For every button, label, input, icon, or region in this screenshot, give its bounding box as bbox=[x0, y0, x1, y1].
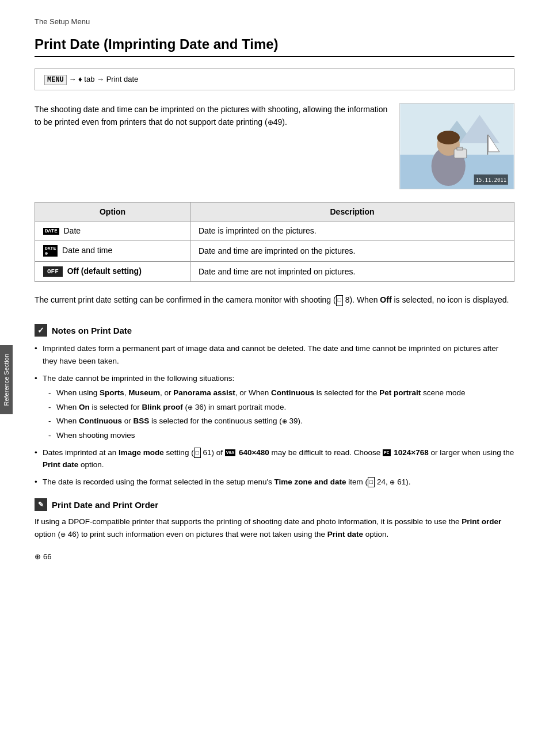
print-order-section: ✎ Print Date and Print Order If using a … bbox=[35, 498, 514, 540]
notes-section: ✓ Notes on Print Date Imprinted dates fo… bbox=[35, 324, 514, 488]
page-footer: ⊕ 66 bbox=[35, 552, 514, 561]
intro-section: The shooting date and time can be imprin… bbox=[35, 103, 514, 189]
option-date: DATE Date bbox=[35, 222, 190, 240]
option-date-time: DATE⊕ Date and time bbox=[35, 240, 190, 262]
svg-rect-5 bbox=[487, 135, 488, 155]
sidebar-label: Reference Section bbox=[3, 354, 10, 406]
off-icon: OFF bbox=[43, 266, 63, 277]
nav-item: Print date bbox=[106, 75, 139, 83]
col-description: Description bbox=[190, 203, 514, 222]
svg-point-8 bbox=[437, 131, 459, 144]
print-order-header: ✎ Print Date and Print Order bbox=[35, 498, 514, 511]
nav-arrow2: → bbox=[97, 75, 106, 83]
options-table: Option Description DATE Date Date is imp… bbox=[35, 202, 514, 282]
table-row: OFF Off (default setting) Date and time … bbox=[35, 262, 514, 282]
print-order-icon: ✎ bbox=[35, 498, 47, 511]
footer-ref: ⊕ bbox=[35, 552, 41, 561]
svg-text:15.11.2011: 15.11.2011 bbox=[476, 177, 506, 183]
nav-box: MENU → ♦ tab → Print date bbox=[35, 68, 514, 90]
intro-text: The shooting date and time can be imprin… bbox=[35, 103, 388, 189]
svg-rect-10 bbox=[457, 147, 463, 150]
notes-header: ✓ Notes on Print Date bbox=[35, 324, 514, 337]
date-time-description: Date and time are imprinted on the pictu… bbox=[190, 240, 514, 262]
nav-arrow1: → bbox=[68, 75, 78, 83]
note-item: Dates imprinted at an Image mode setting… bbox=[35, 446, 514, 471]
body-text: The current print date setting can be co… bbox=[35, 293, 514, 307]
note-item: The date is recorded using the format se… bbox=[35, 476, 514, 488]
notes-body: Imprinted dates form a permanent part of… bbox=[35, 342, 514, 488]
note-subitem: When Continuous or BSS is selected for t… bbox=[48, 415, 514, 427]
note-subitem: When On is selected for Blink proof (⊕ 3… bbox=[48, 401, 514, 414]
note-subitem: When using Sports, Museum, or Panorama a… bbox=[48, 387, 514, 399]
table-row: DATE⊕ Date and time Date and time are im… bbox=[35, 240, 514, 262]
menu-button-label: MENU bbox=[44, 75, 67, 85]
intro-image: 15.11.2011 bbox=[399, 103, 514, 189]
date-label: Date bbox=[64, 226, 81, 235]
print-order-title: Print Date and Print Order bbox=[52, 500, 158, 510]
notes-title: Notes on Print Date bbox=[52, 326, 132, 335]
note-item: The date cannot be imprinted in the foll… bbox=[35, 372, 514, 442]
footer-page: 66 bbox=[43, 552, 51, 561]
note-subitem: When shooting movies bbox=[48, 429, 514, 442]
date-icon: DATE bbox=[43, 228, 59, 235]
sidebar-tab: Reference Section bbox=[0, 345, 13, 414]
page-title: Print Date (Imprinting Date and Time) bbox=[35, 36, 514, 57]
print-order-body: If using a DPOF-compatible printer that … bbox=[35, 516, 514, 540]
table-row: DATE Date Date is imprinted on the pictu… bbox=[35, 222, 514, 240]
option-off: OFF Off (default setting) bbox=[35, 262, 190, 282]
breadcrumb: The Setup Menu bbox=[35, 17, 514, 26]
nav-tab-icon: ♦ bbox=[78, 75, 82, 83]
nav-tab-label: tab bbox=[84, 75, 97, 83]
off-label: Off (default setting) bbox=[67, 266, 142, 276]
date-time-icon: DATE⊕ bbox=[43, 245, 58, 257]
col-option: Option bbox=[35, 203, 190, 222]
date-description: Date is imprinted on the pictures. bbox=[190, 222, 514, 240]
off-description: Date and time are not imprinted on pictu… bbox=[190, 262, 514, 282]
date-time-label: Date and time bbox=[62, 246, 112, 255]
notes-icon: ✓ bbox=[35, 324, 47, 337]
note-item: Imprinted dates form a permanent part of… bbox=[35, 342, 514, 367]
